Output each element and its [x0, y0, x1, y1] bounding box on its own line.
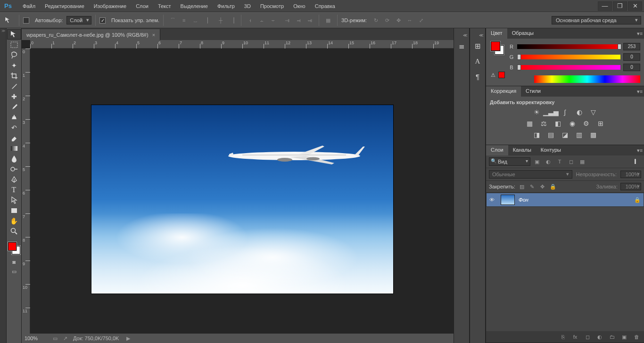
dodge-tool-icon[interactable] — [7, 164, 21, 174]
healing-brush-tool-icon[interactable]: ✚ — [7, 91, 21, 102]
b-value[interactable]: 0 — [623, 64, 640, 71]
threshold-icon[interactable]: ◪ — [561, 131, 570, 139]
history-brush-tool-icon[interactable]: ↶ — [7, 122, 21, 133]
vibrance-icon[interactable]: ▽ — [589, 108, 598, 116]
g-slider[interactable] — [517, 55, 620, 59]
filter-toggle-icon[interactable]: ⏽ — [633, 159, 641, 164]
auto-select-checkbox[interactable] — [23, 17, 29, 24]
g-value[interactable]: 0 — [623, 53, 640, 61]
foreground-color-swatch[interactable] — [8, 242, 17, 251]
distribute-right-icon[interactable]: ⫥ — [305, 15, 315, 25]
black-white-icon[interactable]: ◧ — [553, 119, 563, 128]
b-slider[interactable] — [517, 65, 620, 70]
window-restore-icon[interactable]: ❐ — [613, 1, 627, 11]
align-top-icon[interactable]: ⎴ — [167, 15, 178, 25]
tab-color[interactable]: Цвет — [486, 28, 507, 39]
marquee-tool-icon[interactable] — [7, 40, 21, 50]
layer-row[interactable]: 👁 Фон 🔒 — [486, 193, 644, 207]
lock-transparent-icon[interactable]: ▨ — [518, 184, 526, 190]
align-right-icon[interactable]: ▕ — [227, 15, 237, 25]
distribute-bottom-icon[interactable]: ⫟ — [268, 15, 278, 25]
invert-icon[interactable]: ◨ — [532, 131, 542, 139]
3d-slide-icon[interactable]: ↔ — [405, 15, 415, 25]
menu-select[interactable]: Выделение — [176, 1, 213, 11]
quickmask-icon[interactable]: ◙ — [7, 257, 21, 267]
panel-menu-icon[interactable]: ▾≡ — [636, 86, 644, 97]
layer-thumbnail[interactable] — [501, 195, 515, 205]
screenmode-icon[interactable]: ▭ — [7, 267, 21, 276]
status-expose-icon[interactable]: ▭ — [53, 335, 58, 342]
filter-pixel-icon[interactable]: ▣ — [532, 157, 542, 166]
opacity-value[interactable]: 100% — [620, 171, 641, 178]
document-tab[interactable]: wpapers_ru_Самолет-в-небе.jpg @ 100% (RG… — [22, 29, 160, 40]
3d-roll-icon[interactable]: ⟳ — [382, 15, 392, 25]
paragraph-panel-icon[interactable]: ¶ — [471, 70, 485, 83]
tab-adjustments[interactable]: Коррекция — [486, 86, 521, 97]
current-tool-icon[interactable] — [3, 15, 15, 25]
gamut-warning-icon[interactable]: ⚠ — [490, 72, 496, 78]
blend-mode-dropdown[interactable]: Обычные — [489, 170, 572, 179]
menu-help[interactable]: Справка — [310, 1, 340, 11]
layer-filter-kind-dropdown[interactable]: Вид — [489, 157, 530, 166]
close-tab-icon[interactable]: × — [152, 32, 155, 38]
distribute-vcenter-icon[interactable]: ⫠ — [256, 15, 267, 25]
gamut-color-swatch[interactable] — [498, 72, 505, 78]
tab-swatches[interactable]: Образцы — [507, 28, 538, 39]
r-value[interactable]: 253 — [623, 43, 640, 50]
auto-align-icon[interactable]: ▦ — [323, 15, 333, 25]
app-logo[interactable]: Ps — [2, 1, 14, 11]
eraser-tool-icon[interactable] — [7, 133, 21, 143]
blur-tool-icon[interactable] — [7, 154, 21, 164]
3d-drag-icon[interactable]: ✥ — [393, 15, 404, 25]
crop-tool-icon[interactable] — [7, 71, 21, 81]
menu-filter[interactable]: Фильтр — [213, 1, 239, 11]
curves-icon[interactable]: ∫ — [561, 108, 570, 116]
zoom-tool-icon[interactable] — [7, 226, 21, 237]
distribute-top-icon[interactable]: ⫞ — [245, 15, 256, 25]
panel-menu-icon[interactable]: ▾≡ — [636, 28, 644, 39]
align-hcenter-icon[interactable]: ┼ — [215, 15, 226, 25]
workspace-dropdown[interactable]: Основная рабочая среда — [552, 16, 641, 24]
magic-wand-tool-icon[interactable]: ✦ — [7, 60, 21, 71]
document-info-arrow-icon[interactable]: ▶ — [126, 335, 130, 342]
vertical-ruler[interactable]: 01234567891011 — [22, 49, 30, 334]
color-balance-icon[interactable]: ⚖ — [539, 119, 549, 128]
tab-styles[interactable]: Стили — [521, 86, 545, 97]
brush-tool-icon[interactable] — [7, 102, 21, 112]
menu-window[interactable]: Окно — [289, 1, 310, 11]
document-info[interactable]: Док: 750,0K/750,0K — [73, 335, 119, 341]
menu-type[interactable]: Текст — [153, 1, 176, 11]
gradient-map-icon[interactable]: ▥ — [575, 131, 584, 139]
hue-sat-icon[interactable]: ▦ — [525, 119, 535, 128]
canvas[interactable] — [91, 105, 393, 294]
zoom-level[interactable]: 100% — [25, 335, 47, 341]
filter-shape-icon[interactable]: ◻ — [566, 157, 576, 166]
strip-grip-icon[interactable]: ≪ — [454, 33, 469, 38]
distribute-left-icon[interactable]: ⫣ — [282, 15, 292, 25]
menu-layer[interactable]: Слои — [131, 1, 153, 11]
clone-stamp-tool-icon[interactable] — [7, 112, 21, 122]
move-tool-icon[interactable] — [7, 29, 21, 40]
panel-menu-icon[interactable]: ▾≡ — [636, 145, 644, 155]
layer-mask-icon[interactable]: ◻ — [584, 334, 591, 340]
new-group-icon[interactable]: 🗀 — [608, 334, 616, 340]
glyphs-panel-icon[interactable]: A — [471, 55, 485, 68]
align-left-icon[interactable]: ▏ — [204, 15, 215, 25]
character-panel-icon[interactable]: ⊞ — [471, 40, 485, 53]
brightness-contrast-icon[interactable]: ☀ — [532, 108, 542, 116]
link-layers-icon[interactable]: ⎘ — [559, 334, 567, 340]
color-panel-swatches[interactable] — [491, 41, 504, 55]
tab-paths[interactable]: Контуры — [536, 145, 566, 155]
photo-filter-icon[interactable]: ◉ — [568, 119, 577, 128]
channel-mixer-icon[interactable]: ⚙ — [582, 119, 591, 128]
rectangle-tool-icon[interactable] — [7, 205, 21, 216]
fill-value[interactable]: 100% — [620, 183, 641, 190]
lock-all-icon[interactable]: 🔒 — [549, 184, 557, 190]
lock-pixels-icon[interactable]: ✎ — [528, 184, 536, 190]
menu-image[interactable]: Изображение — [89, 1, 131, 11]
eyedropper-tool-icon[interactable] — [7, 81, 21, 91]
align-vcenter-icon[interactable]: ≡ — [179, 15, 189, 25]
path-select-tool-icon[interactable] — [7, 195, 21, 205]
toolbox-collapse-strip[interactable]: ≫ — [0, 28, 7, 343]
layer-visibility-icon[interactable]: 👁 — [489, 197, 497, 203]
